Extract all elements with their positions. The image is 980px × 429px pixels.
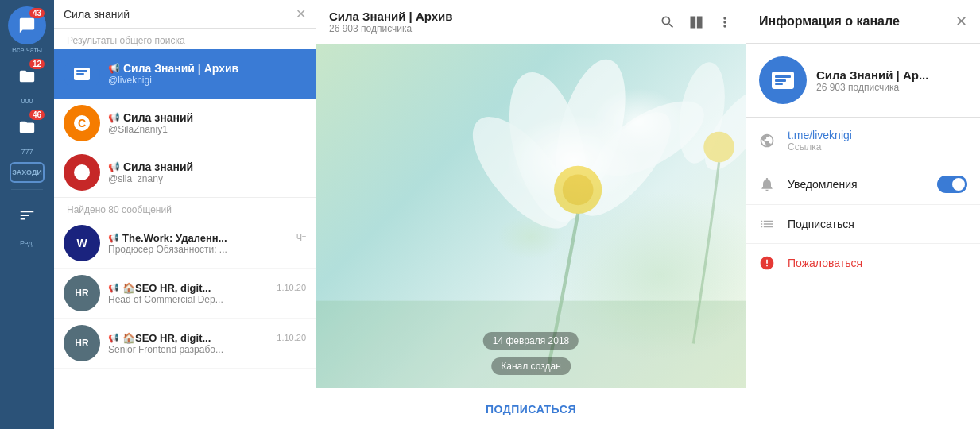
result-sub: @liveknigi bbox=[108, 75, 306, 86]
edit-label: Ред. bbox=[20, 239, 34, 247]
folder1-icon bbox=[18, 68, 36, 85]
notifications-toggle[interactable] bbox=[937, 176, 967, 193]
result-name-text: Сила знаний bbox=[123, 160, 193, 173]
message-result-item[interactable]: W 📢 The.Work: Удаленн... Чт Продюсер Обя… bbox=[54, 218, 316, 269]
right-panel: Информация о канале ✕ Сила Знаний | Ар..… bbox=[746, 0, 980, 429]
search-header-icon[interactable] bbox=[660, 14, 676, 30]
message-result-item[interactable]: HR 📢 🏠SEO HR, digit... 1.10.20 Head of C… bbox=[54, 269, 316, 319]
folder1-label: 000 bbox=[21, 97, 33, 105]
header-icons bbox=[660, 14, 733, 30]
filter-icon bbox=[18, 207, 36, 224]
svg-rect-18 bbox=[775, 75, 791, 78]
search-result-item[interactable]: С 📢 Сила знаний @SilaZnaniy1 bbox=[54, 99, 316, 148]
chat-title: Сила Знаний | Архив bbox=[329, 10, 650, 23]
msg-info: 📢 The.Work: Удаленн... Чт Продюсер Обяза… bbox=[108, 232, 306, 255]
result-name-text: Сила знаний bbox=[123, 111, 193, 124]
folder2-badge: 46 bbox=[29, 110, 45, 120]
avatar: С bbox=[64, 105, 100, 141]
msg-preview: Senior Frontend разрабо... bbox=[108, 344, 306, 355]
left-sidebar: 43 Все чаты 12 000 46 777 ЗАХОДИ Ред. bbox=[0, 0, 54, 429]
svg-point-5 bbox=[74, 164, 90, 180]
channel-subs: 26 903 подписчика bbox=[816, 82, 928, 93]
svg-point-15 bbox=[703, 132, 734, 163]
avatar bbox=[64, 154, 100, 191]
megaphone-msg-icon3: 📢 bbox=[108, 333, 119, 343]
search-result-item[interactable]: 📢 Сила Знаний | Архив @liveknigi bbox=[54, 49, 316, 99]
channel-created-bubble: Канал создан bbox=[491, 358, 571, 375]
chat-header-info: Сила Знаний | Архив 26 903 подписчика bbox=[329, 10, 650, 34]
chat-header: Сила Знаний | Архив 26 903 подписчика bbox=[316, 0, 746, 44]
megaphone-icon3: 📢 bbox=[108, 161, 120, 172]
all-chats-button[interactable]: 43 bbox=[8, 6, 46, 44]
main-chat: Сила Знаний | Архив 26 903 подписчика bbox=[316, 0, 746, 429]
search-header: ✕ bbox=[54, 0, 316, 29]
subscribe-button[interactable]: ПОДПИСАТЬСЯ bbox=[316, 388, 746, 429]
msg-info: 📢 🏠SEO HR, digit... 1.10.20 Senior Front… bbox=[108, 332, 306, 355]
all-chats-label: Все чаты bbox=[12, 46, 42, 54]
all-chats-badge: 43 bbox=[29, 8, 45, 18]
right-panel-title: Информация о канале bbox=[759, 14, 900, 29]
chat-background: 14 февраля 2018 Канал создан ПОДПИСАТЬСЯ bbox=[316, 44, 746, 429]
subscribe-label: ПОДПИСАТЬСЯ bbox=[486, 403, 576, 415]
columns-icon[interactable] bbox=[688, 14, 704, 30]
svg-rect-2 bbox=[76, 73, 84, 75]
msg-avatar: HR bbox=[64, 325, 100, 361]
search-panel: ✕ Результаты общего поиска 📢 Сила Знаний… bbox=[54, 0, 316, 429]
folder1-button[interactable]: 12 bbox=[8, 57, 46, 95]
search-input[interactable] bbox=[64, 8, 289, 21]
date-bubble: 14 февраля 2018 bbox=[483, 332, 579, 350]
link-row: t.me/liveknigi Ссылка bbox=[746, 118, 980, 164]
msg-info: 📢 🏠SEO HR, digit... 1.10.20 Head of Comm… bbox=[108, 282, 306, 305]
folder2-icon bbox=[18, 118, 36, 136]
message-result-item[interactable]: HR 📢 🏠SEO HR, digit... 1.10.20 Senior Fr… bbox=[54, 319, 316, 369]
notifications-row: Уведомления bbox=[746, 164, 980, 205]
msg-date: 1.10.20 bbox=[277, 283, 306, 292]
link-icon bbox=[759, 133, 775, 149]
msg-channel-name-text: 🏠SEO HR, digit... bbox=[122, 282, 211, 294]
megaphone-icon: 📢 bbox=[108, 63, 120, 74]
result-info: 📢 Сила знаний @sila_znany bbox=[108, 160, 306, 184]
login-button[interactable]: ЗАХОДИ bbox=[10, 162, 45, 183]
msg-preview: Продюсер Обязанности: ... bbox=[108, 244, 306, 255]
subscribe-action-row[interactable]: Подписаться bbox=[746, 205, 980, 244]
result-sub: @SilaZnaniy1 bbox=[108, 124, 306, 135]
msg-preview: Head of Commercial Dep... bbox=[108, 294, 306, 305]
login-label: ЗАХОДИ bbox=[12, 168, 42, 176]
settings-button[interactable] bbox=[8, 196, 46, 234]
svg-rect-20 bbox=[775, 83, 783, 85]
chat-subtitle: 26 903 подписчика bbox=[329, 23, 650, 34]
channel-name: Сила Знаний | Ар... bbox=[816, 68, 928, 82]
result-name-text: Сила Знаний | Архив bbox=[123, 62, 238, 75]
report-icon bbox=[759, 255, 775, 271]
svg-point-12 bbox=[563, 174, 594, 205]
svg-rect-19 bbox=[775, 79, 786, 82]
result-sub: @sila_znany bbox=[108, 173, 306, 184]
folder2-button[interactable]: 46 bbox=[8, 108, 46, 146]
channel-link[interactable]: t.me/liveknigi bbox=[788, 129, 852, 141]
found-messages-label: Найдено 80 сообщений bbox=[54, 197, 316, 218]
result-info: 📢 Сила знаний @SilaZnaniy1 bbox=[108, 111, 306, 135]
more-icon[interactable] bbox=[717, 14, 733, 30]
close-panel-button[interactable]: ✕ bbox=[955, 13, 967, 30]
chat-icon bbox=[18, 17, 36, 34]
search-result-item[interactable]: 📢 Сила знаний @sila_znany bbox=[54, 148, 316, 197]
report-row[interactable]: Пожаловаться bbox=[746, 244, 980, 282]
megaphone-msg-icon: 📢 bbox=[108, 233, 119, 243]
search-clear-button[interactable]: ✕ bbox=[296, 6, 306, 21]
megaphone-icon2: 📢 bbox=[108, 112, 120, 123]
svg-text:С: С bbox=[78, 117, 86, 129]
msg-avatar: HR bbox=[64, 275, 100, 311]
channel-avatar bbox=[759, 56, 807, 104]
msg-date: Чт bbox=[296, 233, 306, 242]
link-label: Ссылка bbox=[788, 141, 852, 153]
folder2-label: 777 bbox=[21, 148, 33, 156]
channel-info: Сила Знаний | Ар... 26 903 подписчика bbox=[816, 68, 928, 93]
channel-profile: Сила Знаний | Ар... 26 903 подписчика bbox=[746, 44, 980, 118]
report-label: Пожаловаться bbox=[788, 257, 862, 269]
subscribe-action-label: Подписаться bbox=[788, 218, 854, 230]
right-panel-header: Информация о канале ✕ bbox=[746, 0, 980, 44]
result-info: 📢 Сила Знаний | Архив @liveknigi bbox=[108, 62, 306, 86]
search-section-title: Результаты общего поиска bbox=[54, 29, 316, 49]
msg-date: 1.10.20 bbox=[277, 333, 306, 342]
msg-channel-name-text: The.Work: Удаленн... bbox=[122, 232, 227, 244]
